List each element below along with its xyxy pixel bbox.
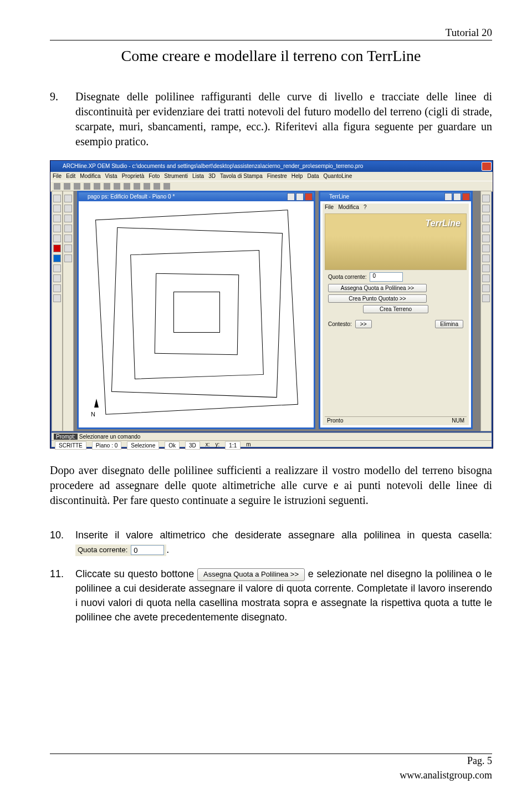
step11-number: 11. [50, 567, 75, 624]
tool-icon[interactable] [482, 195, 490, 202]
tool-icon[interactable] [53, 215, 61, 222]
toolbar-icon[interactable] [144, 183, 150, 190]
toolbar-icon[interactable] [64, 183, 70, 190]
tool-icon[interactable] [53, 225, 61, 232]
toolbar-icon[interactable] [124, 183, 130, 190]
tool-icon[interactable] [64, 205, 72, 212]
tool-icon[interactable] [53, 205, 61, 212]
tool-icon[interactable] [64, 225, 72, 232]
status-ok: Ok [165, 441, 180, 450]
header-tutorial: Tutorial 20 [50, 27, 492, 40]
assegna-quota-button[interactable]: Assegna Quota a Polilinea >> [197, 568, 305, 581]
plan-window[interactable]: pago ps: Edificio Default - Piano 0 * N [77, 191, 315, 429]
menu-item[interactable]: ? [364, 204, 367, 210]
tool-icon[interactable] [53, 245, 61, 252]
menu-item[interactable]: File [325, 204, 334, 210]
quota-label: Quota corrente: [328, 274, 366, 280]
toolbar-icon[interactable] [104, 183, 110, 190]
menu-item[interactable]: QuantoLine [324, 172, 352, 181]
terrline-menubar[interactable]: File Modifica ? [323, 203, 469, 211]
tool-icon[interactable] [64, 195, 72, 202]
crea-punto-button[interactable]: Crea Punto Quotato >> [328, 294, 427, 303]
crea-terreno-button[interactable]: Crea Terreno [363, 305, 428, 313]
contesto-button[interactable]: >> [355, 320, 372, 328]
quota-corrente-label: Quota corrente: [78, 545, 127, 556]
left-toolbox[interactable] [52, 191, 63, 431]
toolbar-icon[interactable] [94, 183, 100, 190]
menu-item[interactable]: File [53, 172, 62, 181]
menu-item[interactable]: Modifica [338, 204, 359, 210]
step10-number: 10. [50, 528, 75, 557]
terrline-banner: TerrLine [325, 213, 467, 270]
tool-icon[interactable] [53, 294, 61, 302]
left-toolbox-2[interactable] [63, 191, 74, 431]
terrline-window[interactable]: TerrLine File Modifica ? TerrLine [319, 191, 473, 429]
tool-icon[interactable] [64, 254, 72, 262]
terrline-brand: TerrLine [426, 218, 461, 228]
menu-item[interactable]: Vista [105, 172, 117, 181]
tool-icon[interactable] [482, 225, 490, 232]
toolbar-icon[interactable] [114, 183, 120, 190]
app-toolbar[interactable] [50, 181, 493, 192]
tool-icon[interactable] [482, 254, 490, 262]
tool-icon[interactable] [482, 294, 490, 302]
quota-input[interactable]: 0 [370, 272, 403, 282]
status-piano: Piano : 0 [92, 441, 121, 450]
tool-icon[interactable] [482, 274, 490, 282]
prompt-text: Selezionare un comando [79, 434, 141, 440]
tool-icon[interactable] [64, 215, 72, 222]
toolbar-icon[interactable] [154, 183, 160, 190]
menu-item[interactable]: Foto [149, 172, 160, 181]
after-paragraph: Dopo aver disegnato delle polilinee suff… [50, 463, 492, 508]
app-menubar[interactable]: File Edit Modifica Vista Proprietà Foto … [50, 172, 493, 181]
tool-icon[interactable] [64, 235, 72, 242]
minimize-icon[interactable] [287, 193, 295, 201]
status-scale: 1:1 [225, 441, 241, 450]
menu-item[interactable]: 3D [208, 172, 216, 181]
tool-icon[interactable] [482, 215, 490, 222]
assegna-button[interactable]: Assegna Quota a Polilinea >> [328, 284, 427, 292]
quota-corrente-input[interactable]: 0 [131, 545, 164, 555]
tool-icon[interactable] [53, 284, 61, 292]
tool-icon[interactable] [53, 264, 61, 272]
menu-item[interactable]: Finestre [267, 172, 287, 181]
tool-icon[interactable] [64, 245, 72, 252]
tool-icon[interactable] [482, 264, 490, 272]
tool-icon[interactable] [482, 245, 490, 252]
tool-icon[interactable] [53, 274, 61, 282]
maximize-icon[interactable] [296, 193, 304, 201]
status-layer: SCRITTE [55, 441, 86, 450]
right-toolbox[interactable] [480, 191, 492, 431]
toolbar-icon[interactable] [134, 183, 140, 190]
tool-icon[interactable] [53, 254, 61, 262]
plan-title: pago ps: Edificio Default - Piano 0 * [88, 192, 175, 201]
menu-item[interactable]: Edit [66, 172, 75, 181]
menu-item[interactable]: Modifica [80, 172, 100, 181]
menu-item[interactable]: Tavola di Stampa [220, 172, 263, 181]
toolbar-icon[interactable] [84, 183, 90, 190]
menu-item[interactable]: Strumenti [164, 172, 188, 181]
screenshot: ARCHline.XP OEM Studio - c:\documents an… [50, 160, 493, 449]
toolbar-icon[interactable] [54, 183, 60, 190]
elimina-button[interactable]: Elimina [435, 320, 463, 328]
close-icon[interactable] [462, 193, 470, 201]
plan-canvas[interactable]: N [82, 203, 310, 424]
status-y: y: [216, 441, 220, 450]
status-unit: m [246, 441, 250, 450]
toolbar-icon[interactable] [74, 183, 80, 190]
step9-number: 9. [50, 89, 75, 104]
maximize-icon[interactable] [453, 193, 461, 201]
tool-icon[interactable] [482, 284, 490, 292]
tool-icon[interactable] [482, 205, 490, 212]
menu-item[interactable]: Proprietà [122, 172, 145, 181]
toolbar-icon[interactable] [163, 183, 170, 190]
menu-item[interactable]: Data [307, 172, 319, 181]
close-icon[interactable] [305, 193, 313, 201]
tool-icon[interactable] [53, 195, 61, 202]
minimize-icon[interactable] [444, 193, 452, 201]
close-icon[interactable] [482, 162, 492, 171]
tool-icon[interactable] [53, 235, 61, 242]
tool-icon[interactable] [482, 235, 490, 242]
menu-item[interactable]: Lista [192, 172, 204, 181]
menu-item[interactable]: Help [291, 172, 303, 181]
